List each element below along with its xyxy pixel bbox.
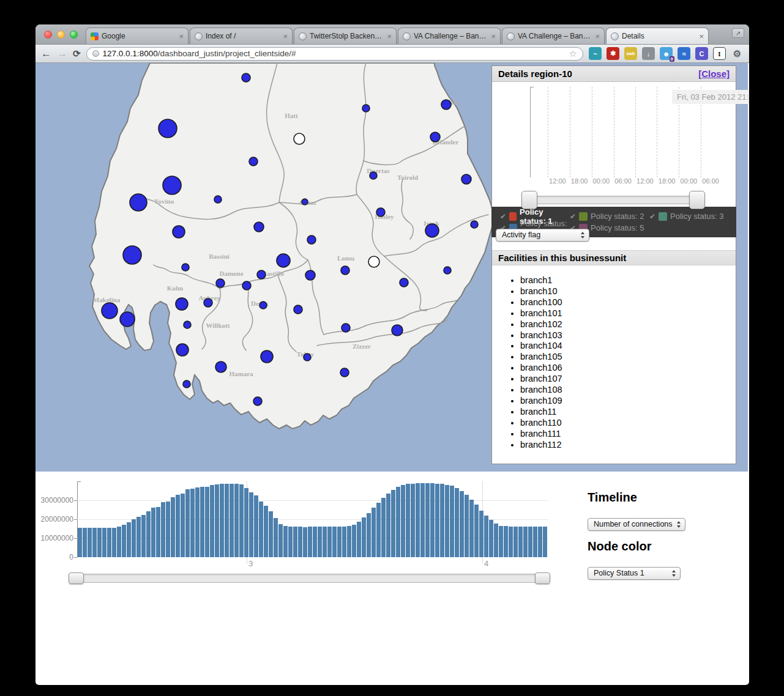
map-node[interactable] bbox=[461, 174, 471, 184]
map-node[interactable] bbox=[216, 279, 225, 287]
signal-extension-icon[interactable]: ≈ bbox=[678, 47, 690, 60]
map-node[interactable] bbox=[362, 105, 370, 112]
map-node-empty[interactable] bbox=[368, 256, 379, 267]
map-node[interactable] bbox=[215, 361, 226, 372]
wrench-menu-icon[interactable]: ⚙ bbox=[731, 47, 744, 60]
map-node[interactable] bbox=[304, 354, 311, 361]
map-node[interactable] bbox=[176, 298, 188, 310]
address-bar[interactable]: 127.0.0.1:8000/dashboard_justin/project_… bbox=[86, 47, 583, 61]
map-node[interactable] bbox=[444, 267, 451, 274]
map-node[interactable] bbox=[425, 224, 439, 237]
map-node[interactable] bbox=[173, 226, 185, 238]
close-window-button[interactable] bbox=[44, 31, 52, 39]
map-node[interactable] bbox=[130, 194, 147, 211]
map-node[interactable] bbox=[183, 380, 190, 388]
details-slider-handle-left[interactable] bbox=[521, 191, 537, 209]
map-node[interactable] bbox=[184, 321, 191, 328]
sab-extension-icon[interactable]: sab bbox=[624, 47, 637, 60]
brush-handle-right[interactable] bbox=[535, 572, 550, 584]
map-node[interactable] bbox=[123, 246, 141, 264]
map-node[interactable] bbox=[182, 264, 189, 271]
tab-close-icon[interactable]: × bbox=[699, 32, 704, 40]
map-node[interactable] bbox=[370, 172, 377, 179]
histogram-bar bbox=[494, 524, 498, 557]
i-frame-extension-icon[interactable]: I bbox=[713, 47, 726, 60]
histogram-bar bbox=[141, 515, 146, 557]
map-node[interactable] bbox=[242, 73, 250, 82]
tab-va-challenge-bank-w[interactable]: VA Challenge – Bank W× bbox=[398, 28, 501, 44]
map-node[interactable] bbox=[261, 350, 273, 363]
histogram-bar bbox=[102, 528, 106, 557]
map-node[interactable] bbox=[400, 278, 408, 287]
map-node[interactable] bbox=[277, 254, 290, 267]
node-color-select[interactable]: Policy Status 1 bbox=[588, 567, 681, 580]
map-node[interactable] bbox=[471, 221, 478, 228]
map-node[interactable] bbox=[102, 303, 118, 319]
expand-window-icon[interactable]: ↗ bbox=[732, 28, 744, 38]
map-node[interactable] bbox=[257, 270, 266, 279]
legend-item-policy-status-2[interactable]: ✔Policy status: 2 bbox=[570, 212, 649, 221]
histogram-bar bbox=[244, 488, 248, 557]
map-node[interactable] bbox=[340, 368, 349, 377]
map-node[interactable] bbox=[242, 281, 251, 290]
y-axis-tick bbox=[74, 500, 77, 501]
map-node[interactable] bbox=[249, 157, 258, 166]
legend-checkmark-icon[interactable]: ✔ bbox=[649, 212, 655, 221]
map-node[interactable] bbox=[214, 196, 222, 203]
tab-close-icon[interactable]: × bbox=[179, 32, 184, 40]
map-node[interactable] bbox=[163, 176, 181, 194]
map-node[interactable] bbox=[294, 305, 302, 314]
map-node[interactable] bbox=[120, 312, 135, 327]
map-node-empty[interactable] bbox=[294, 133, 305, 144]
map-node[interactable] bbox=[376, 208, 385, 217]
tab-close-icon[interactable]: × bbox=[595, 32, 600, 40]
download-box-extension-icon[interactable]: ↓ bbox=[642, 47, 655, 60]
tab-close-icon[interactable]: × bbox=[491, 32, 496, 40]
extension-icons: ~✱sab↓☻0≈CI⚙ bbox=[589, 47, 744, 60]
tab-close-icon[interactable]: × bbox=[283, 32, 288, 40]
map-node[interactable] bbox=[441, 100, 451, 109]
back-button[interactable]: ← bbox=[41, 48, 51, 59]
map-node[interactable] bbox=[430, 132, 440, 142]
map-node[interactable] bbox=[204, 298, 212, 307]
map-node[interactable] bbox=[302, 199, 308, 205]
map-node[interactable] bbox=[253, 397, 262, 405]
legend-checkmark-icon[interactable]: ✔ bbox=[570, 212, 576, 221]
details-slider-track[interactable] bbox=[523, 196, 704, 204]
legend-label: Policy status: 5 bbox=[591, 223, 644, 232]
map-node[interactable] bbox=[392, 325, 403, 336]
tab-va-challenge-bank-w[interactable]: VA Challenge – Bank W× bbox=[502, 28, 605, 44]
tab-google[interactable]: Google× bbox=[86, 28, 189, 44]
map-node[interactable] bbox=[259, 302, 267, 309]
bookmark-star-icon[interactable]: ☆ bbox=[569, 48, 577, 59]
timeline-metric-select[interactable]: Number of connections bbox=[588, 518, 685, 531]
close-link[interactable]: [Close] bbox=[698, 68, 730, 79]
histogram-bar bbox=[210, 485, 214, 557]
tab-close-icon[interactable]: × bbox=[387, 32, 392, 40]
histogram-bar bbox=[298, 527, 302, 557]
map-node[interactable] bbox=[159, 119, 177, 138]
tab-index-of-[interactable]: Index of /× bbox=[190, 28, 293, 44]
brush-handle-left[interactable] bbox=[69, 572, 84, 584]
map-node[interactable] bbox=[307, 235, 316, 244]
minimize-window-button[interactable] bbox=[57, 31, 65, 39]
reload-button[interactable]: ⟳ bbox=[73, 49, 81, 58]
map-node[interactable] bbox=[254, 222, 264, 232]
legend-item-policy-status-3[interactable]: ✔Policy status: 3 bbox=[649, 212, 724, 221]
histogram-bar bbox=[151, 508, 155, 557]
forward-button[interactable]: → bbox=[57, 48, 67, 59]
map-node[interactable] bbox=[342, 324, 350, 332]
brush-slider-track[interactable] bbox=[69, 574, 550, 583]
map-node[interactable] bbox=[305, 270, 315, 280]
zoom-window-button[interactable] bbox=[70, 31, 78, 39]
map-node[interactable] bbox=[341, 266, 349, 275]
tab-details[interactable]: Details× bbox=[606, 28, 709, 44]
activity-flag-select[interactable]: Activity flag bbox=[496, 229, 589, 242]
ghost-extension-icon[interactable]: ☻0 bbox=[660, 47, 673, 60]
stop-hand-extension-icon[interactable]: ✱ bbox=[607, 47, 619, 60]
map-node[interactable] bbox=[176, 344, 189, 356]
details-slider-handle-right[interactable] bbox=[689, 191, 705, 209]
c-ring-extension-icon[interactable]: C bbox=[695, 47, 708, 60]
wave-extension-icon[interactable]: ~ bbox=[589, 47, 602, 60]
tab-twitterstolp-backend-[interactable]: TwitterStolp Backend –× bbox=[294, 28, 397, 44]
